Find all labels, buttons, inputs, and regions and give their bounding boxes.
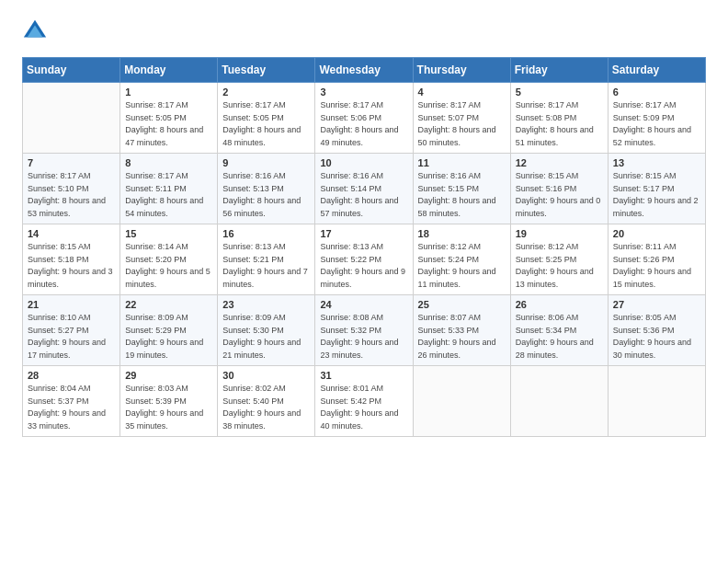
day-info: Sunrise: 8:01 AMSunset: 5:42 PMDaylight:… — [320, 383, 407, 432]
cell-w4d5: 25Sunrise: 8:07 AMSunset: 5:33 PMDayligh… — [413, 295, 510, 366]
header-row: Sunday Monday Tuesday Wednesday Thursday… — [23, 58, 706, 83]
day-info: Sunrise: 8:12 AMSunset: 5:25 PMDaylight:… — [516, 241, 603, 291]
week-row-3: 14Sunrise: 8:15 AMSunset: 5:18 PMDayligh… — [23, 224, 706, 295]
day-info: Sunrise: 8:02 AMSunset: 5:40 PMDaylight:… — [222, 383, 310, 432]
day-number: 28 — [28, 370, 115, 381]
day-number: 21 — [28, 299, 115, 310]
cell-w3d6: 19Sunrise: 8:12 AMSunset: 5:25 PMDayligh… — [510, 224, 608, 295]
day-info: Sunrise: 8:16 AMSunset: 5:14 PMDaylight:… — [320, 170, 407, 220]
day-info: Sunrise: 8:17 AMSunset: 5:06 PMDaylight:… — [320, 99, 407, 149]
day-info: Sunrise: 8:09 AMSunset: 5:30 PMDaylight:… — [222, 312, 310, 362]
cell-w5d5 — [413, 366, 510, 437]
cell-w5d1: 28Sunrise: 8:04 AMSunset: 5:37 PMDayligh… — [23, 366, 120, 437]
day-info: Sunrise: 8:06 AMSunset: 5:34 PMDaylight:… — [516, 312, 603, 362]
cell-w5d2: 29Sunrise: 8:03 AMSunset: 5:39 PMDayligh… — [120, 366, 218, 437]
day-info: Sunrise: 8:12 AMSunset: 5:24 PMDaylight:… — [418, 241, 506, 291]
day-number: 10 — [320, 157, 407, 168]
cell-w2d5: 11Sunrise: 8:16 AMSunset: 5:15 PMDayligh… — [413, 154, 510, 224]
col-friday: Friday — [510, 58, 608, 83]
day-number: 18 — [418, 228, 506, 239]
cell-w3d1: 14Sunrise: 8:15 AMSunset: 5:18 PMDayligh… — [23, 224, 120, 295]
week-row-2: 7Sunrise: 8:17 AMSunset: 5:10 PMDaylight… — [23, 154, 706, 224]
page: Sunday Monday Tuesday Wednesday Thursday… — [0, 0, 728, 563]
day-number: 26 — [516, 299, 603, 310]
cell-w3d4: 17Sunrise: 8:13 AMSunset: 5:22 PMDayligh… — [315, 224, 413, 295]
day-info: Sunrise: 8:05 AMSunset: 5:36 PMDaylight:… — [613, 312, 700, 362]
cell-w3d3: 16Sunrise: 8:13 AMSunset: 5:21 PMDayligh… — [218, 224, 315, 295]
cell-w4d1: 21Sunrise: 8:10 AMSunset: 5:27 PMDayligh… — [23, 295, 120, 366]
day-info: Sunrise: 8:17 AMSunset: 5:05 PMDaylight:… — [222, 99, 310, 149]
week-row-4: 21Sunrise: 8:10 AMSunset: 5:27 PMDayligh… — [23, 295, 706, 366]
day-number: 31 — [320, 370, 407, 381]
logo — [22, 18, 51, 44]
day-number: 2 — [222, 86, 310, 98]
cell-w1d1 — [23, 83, 120, 154]
col-thursday: Thursday — [413, 58, 510, 83]
day-number: 22 — [125, 299, 212, 310]
day-number: 25 — [418, 299, 506, 310]
cell-w1d6: 5Sunrise: 8:17 AMSunset: 5:08 PMDaylight… — [510, 83, 608, 154]
cell-w4d4: 24Sunrise: 8:08 AMSunset: 5:32 PMDayligh… — [315, 295, 413, 366]
day-number: 6 — [613, 86, 700, 98]
day-number: 9 — [222, 157, 310, 168]
cell-w4d3: 23Sunrise: 8:09 AMSunset: 5:30 PMDayligh… — [218, 295, 315, 366]
cell-w3d2: 15Sunrise: 8:14 AMSunset: 5:20 PMDayligh… — [120, 224, 218, 295]
day-info: Sunrise: 8:04 AMSunset: 5:37 PMDaylight:… — [28, 383, 115, 432]
cell-w4d2: 22Sunrise: 8:09 AMSunset: 5:29 PMDayligh… — [120, 295, 218, 366]
day-number: 13 — [613, 157, 700, 168]
day-info: Sunrise: 8:09 AMSunset: 5:29 PMDaylight:… — [125, 312, 212, 362]
day-number: 4 — [418, 86, 506, 98]
day-number: 14 — [28, 228, 115, 239]
header — [22, 18, 706, 44]
cell-w2d6: 12Sunrise: 8:15 AMSunset: 5:16 PMDayligh… — [510, 154, 608, 224]
cell-w5d6 — [510, 366, 608, 437]
day-info: Sunrise: 8:11 AMSunset: 5:26 PMDaylight:… — [613, 241, 700, 291]
day-info: Sunrise: 8:15 AMSunset: 5:18 PMDaylight:… — [28, 241, 115, 291]
cell-w5d3: 30Sunrise: 8:02 AMSunset: 5:40 PMDayligh… — [218, 366, 315, 437]
day-info: Sunrise: 8:14 AMSunset: 5:20 PMDaylight:… — [125, 241, 212, 291]
week-row-1: 1Sunrise: 8:17 AMSunset: 5:05 PMDaylight… — [23, 83, 706, 154]
cell-w1d2: 1Sunrise: 8:17 AMSunset: 5:05 PMDaylight… — [120, 83, 218, 154]
col-saturday: Saturday — [608, 58, 705, 83]
cell-w1d7: 6Sunrise: 8:17 AMSunset: 5:09 PMDaylight… — [608, 83, 705, 154]
day-info: Sunrise: 8:17 AMSunset: 5:11 PMDaylight:… — [125, 170, 212, 220]
cell-w1d3: 2Sunrise: 8:17 AMSunset: 5:05 PMDaylight… — [218, 83, 315, 154]
cell-w4d6: 26Sunrise: 8:06 AMSunset: 5:34 PMDayligh… — [510, 295, 608, 366]
day-info: Sunrise: 8:17 AMSunset: 5:08 PMDaylight:… — [516, 99, 603, 149]
calendar-table: Sunday Monday Tuesday Wednesday Thursday… — [22, 57, 706, 437]
day-number: 24 — [320, 299, 407, 310]
day-number: 23 — [222, 299, 310, 310]
col-sunday: Sunday — [23, 58, 120, 83]
day-number: 20 — [613, 228, 700, 239]
cell-w1d5: 4Sunrise: 8:17 AMSunset: 5:07 PMDaylight… — [413, 83, 510, 154]
cell-w2d3: 9Sunrise: 8:16 AMSunset: 5:13 PMDaylight… — [218, 154, 315, 224]
day-info: Sunrise: 8:10 AMSunset: 5:27 PMDaylight:… — [28, 312, 115, 362]
day-number: 19 — [516, 228, 603, 239]
day-number: 3 — [320, 86, 407, 98]
cell-w5d4: 31Sunrise: 8:01 AMSunset: 5:42 PMDayligh… — [315, 366, 413, 437]
logo-icon — [22, 18, 48, 44]
day-info: Sunrise: 8:16 AMSunset: 5:15 PMDaylight:… — [418, 170, 506, 220]
cell-w3d7: 20Sunrise: 8:11 AMSunset: 5:26 PMDayligh… — [608, 224, 705, 295]
week-row-5: 28Sunrise: 8:04 AMSunset: 5:37 PMDayligh… — [23, 366, 706, 437]
cell-w4d7: 27Sunrise: 8:05 AMSunset: 5:36 PMDayligh… — [608, 295, 705, 366]
cell-w2d7: 13Sunrise: 8:15 AMSunset: 5:17 PMDayligh… — [608, 154, 705, 224]
day-info: Sunrise: 8:17 AMSunset: 5:09 PMDaylight:… — [613, 99, 700, 149]
day-number: 17 — [320, 228, 407, 239]
cell-w1d4: 3Sunrise: 8:17 AMSunset: 5:06 PMDaylight… — [315, 83, 413, 154]
cell-w5d7 — [608, 366, 705, 437]
day-info: Sunrise: 8:03 AMSunset: 5:39 PMDaylight:… — [125, 383, 212, 432]
day-number: 11 — [418, 157, 506, 168]
calendar-body: 1Sunrise: 8:17 AMSunset: 5:05 PMDaylight… — [23, 83, 706, 437]
day-number: 15 — [125, 228, 212, 239]
day-info: Sunrise: 8:13 AMSunset: 5:21 PMDaylight:… — [222, 241, 310, 291]
cell-w2d2: 8Sunrise: 8:17 AMSunset: 5:11 PMDaylight… — [120, 154, 218, 224]
day-info: Sunrise: 8:17 AMSunset: 5:07 PMDaylight:… — [418, 99, 506, 149]
day-info: Sunrise: 8:15 AMSunset: 5:16 PMDaylight:… — [516, 170, 603, 220]
cell-w3d5: 18Sunrise: 8:12 AMSunset: 5:24 PMDayligh… — [413, 224, 510, 295]
day-number: 8 — [125, 157, 212, 168]
day-number: 29 — [125, 370, 212, 381]
day-number: 1 — [125, 86, 212, 98]
cell-w2d4: 10Sunrise: 8:16 AMSunset: 5:14 PMDayligh… — [315, 154, 413, 224]
col-tuesday: Tuesday — [218, 58, 315, 83]
